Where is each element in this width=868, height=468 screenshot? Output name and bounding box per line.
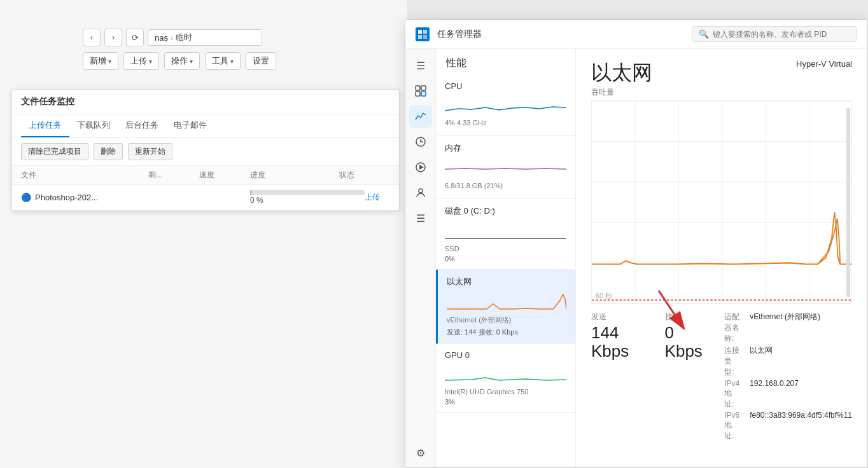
mem-sub: 6.8/31.8 GB (21%)	[445, 182, 566, 189]
nav-forward-button[interactable]: ›	[104, 29, 122, 46]
upload-arrow: ▾	[149, 58, 152, 65]
search-icon: 🔍	[699, 29, 709, 39]
upload-label: 上传	[130, 55, 147, 67]
tm-detail-header: 以太网 吞吐量 Hyper-V Virtual	[576, 49, 867, 100]
tm-perf-detail: 以太网 吞吐量 Hyper-V Virtual	[576, 49, 867, 467]
perf-item-ethernet[interactable]: 以太网 vEthernet (外部网络) 发送: 144 接收: 0 Kbps	[436, 270, 575, 344]
action-arrow: ▾	[190, 58, 193, 65]
new-arrow: ▾	[108, 58, 111, 65]
new-label: 新增	[90, 55, 106, 67]
tab-download[interactable]: 下载队列	[69, 114, 118, 137]
recv-stat: 接收 0 Kbps	[665, 312, 704, 441]
svg-rect-6	[416, 92, 420, 96]
sidebar-users-icon[interactable]	[409, 181, 432, 204]
perf-item-cpu[interactable]: CPU 4% 4.33 GHz	[436, 75, 575, 136]
svg-point-11	[419, 189, 423, 193]
action-button[interactable]: 操作 ▾	[164, 52, 200, 70]
perf-item-gpu[interactable]: GPU 0 Intel(R) UHD Graphics 750 3%	[436, 344, 575, 413]
settings-button[interactable]: 设置	[246, 52, 276, 70]
tm-search-box[interactable]: 🔍	[692, 26, 857, 42]
tab-email[interactable]: 电子邮件	[166, 114, 214, 137]
tm-title: 任务管理器	[437, 29, 482, 40]
tm-app-icon	[416, 27, 430, 41]
search-input[interactable]	[713, 30, 850, 39]
action-label: 操作	[171, 55, 188, 67]
upload-button[interactable]: 上传 ▾	[123, 52, 159, 70]
recv-label: 接收	[665, 312, 704, 322]
task-actions: 清除已完成项目 删除 重新开始	[12, 138, 399, 166]
col-speed: 速度	[199, 170, 250, 181]
delete-button[interactable]: 删除	[94, 143, 123, 160]
tm-main-chart: 60 秒	[591, 100, 852, 304]
svg-rect-2	[418, 35, 422, 39]
perf-item-memory[interactable]: 内存 6.8/31.8 GB (21%)	[436, 136, 575, 199]
nav-refresh-button[interactable]: ⟳	[126, 29, 144, 46]
tm-detail-info: 适配器名称: vEthernet (外部网络) 连接类型: 以太网 IPv4 地…	[724, 312, 852, 441]
info-ipv4-label: IPv4 地址:	[724, 379, 739, 410]
breadcrumb-sep: ›	[171, 33, 173, 43]
tools-label: 工具	[212, 55, 228, 67]
settings-label: 设置	[253, 55, 269, 67]
col-progress: 进度	[250, 170, 339, 181]
task-panel-title: 文件任务监控	[12, 90, 399, 114]
upload-icon: 🔵	[21, 193, 31, 202]
tab-upload[interactable]: 上传任务	[21, 114, 69, 137]
tm-header: 任务管理器 🔍	[405, 20, 867, 49]
new-button[interactable]: 新增 ▾	[83, 52, 118, 70]
tm-sidebar: ☰	[405, 49, 436, 467]
disk-sub: SSD	[445, 245, 566, 252]
detail-title: 以太网	[591, 59, 652, 87]
gpu-sub: Intel(R) UHD Graphics 750	[445, 388, 566, 396]
sidebar-processes-icon[interactable]	[409, 79, 432, 102]
info-ipv4-value: 192.168.0.207	[750, 379, 852, 410]
breadcrumb-nas[interactable]: nas	[155, 33, 168, 43]
col-remaining: 剩...	[148, 170, 199, 181]
tm-detail-bottom: 发送 144 Kbps 接收 0 Kbps 适配器名称: vEthernet (…	[576, 304, 867, 449]
cpu-name: CPU	[445, 81, 566, 91]
clear-done-button[interactable]: 清除已完成项目	[21, 143, 88, 160]
info-ipv6-label: IPv6 地址:	[724, 411, 739, 441]
tm-body: ☰	[405, 49, 867, 467]
send-label: 发送	[591, 312, 645, 322]
sidebar-details-icon[interactable]: ☰	[409, 207, 432, 230]
row-filename: 🔵 Photoshop-202...	[21, 193, 148, 202]
info-adapter-label: 适配器名称:	[724, 312, 739, 344]
tm-perf-list: 性能 CPU 4% 4.33 GHz 内存 6.8/31.8 GB (21%)	[436, 49, 576, 467]
detail-adapter: Hyper-V Virtual	[796, 59, 852, 69]
nav-back-button[interactable]: ‹	[83, 29, 101, 46]
svg-rect-0	[418, 30, 422, 34]
send-stat: 发送 144 Kbps	[591, 312, 645, 441]
restart-button[interactable]: 重新开始	[128, 143, 172, 160]
recv-value: 0 Kbps	[665, 324, 704, 360]
row-progress: 0 %	[250, 190, 365, 205]
eth-sub: vEthernet (外部网络)	[447, 315, 566, 325]
task-table-header: 文件 剩... 速度 进度 状态	[12, 166, 399, 185]
table-row[interactable]: 🔵 Photoshop-202... 0 % 上传	[12, 185, 399, 210]
breadcrumb: nas › 临时	[148, 29, 262, 46]
sidebar-settings-icon[interactable]: ⚙	[409, 444, 432, 467]
tools-button[interactable]: 工具 ▾	[205, 52, 241, 70]
tab-background[interactable]: 后台任务	[118, 114, 166, 137]
svg-rect-1	[423, 30, 427, 34]
sidebar-performance-icon[interactable]	[409, 105, 432, 128]
fm-topbar: ‹ › ⟳ nas › 临时	[83, 29, 262, 46]
sidebar-startup-icon[interactable]	[409, 156, 432, 179]
tm-performance: 性能 CPU 4% 4.33 GHz 内存 6.8/31.8 GB (21%)	[436, 49, 867, 467]
disk-val: 0%	[445, 255, 566, 263]
breadcrumb-folder[interactable]: 临时	[176, 32, 192, 43]
chart-scrollbar[interactable]	[846, 107, 850, 297]
task-tabs: 上传任务 下载队列 后台任务 电子邮件	[12, 114, 399, 138]
perf-item-disk[interactable]: 磁盘 0 (C: D:) SSD 0%	[436, 199, 575, 270]
sidebar-menu-icon[interactable]: ☰	[409, 54, 432, 77]
disk-name: 磁盘 0 (C: D:)	[445, 205, 566, 217]
eth-name: 以太网	[447, 276, 566, 287]
gpu-val: 3%	[445, 398, 566, 406]
file-manager-background	[0, 0, 407, 468]
detail-subtitle: 吞吐量	[591, 87, 652, 98]
col-status: 状态	[339, 170, 390, 181]
sidebar-history-icon[interactable]	[409, 130, 432, 153]
mem-name: 内存	[445, 142, 566, 154]
send-value: 144 Kbps	[591, 324, 645, 360]
eth-val: 发送: 144 接收: 0 Kbps	[447, 327, 566, 337]
svg-rect-5	[421, 86, 426, 90]
